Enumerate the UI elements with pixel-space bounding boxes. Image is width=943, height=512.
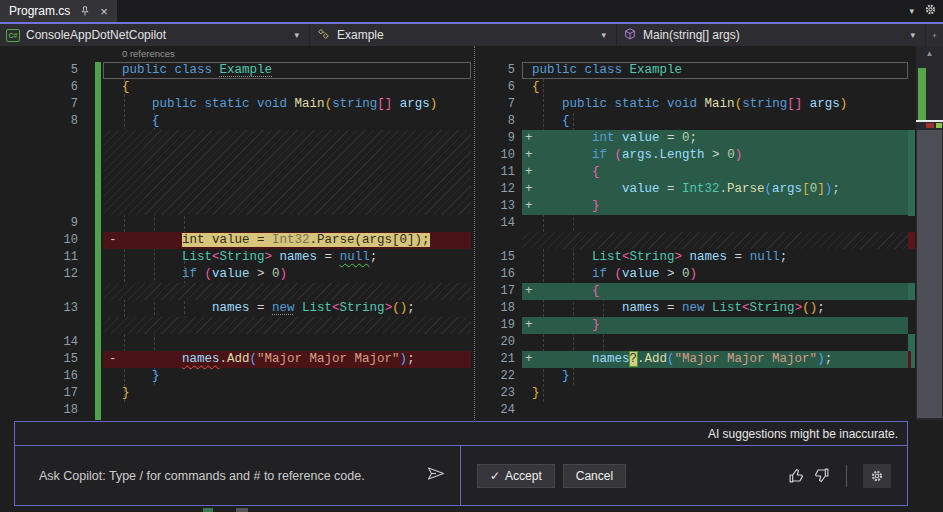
original-code-line-15[interactable]: 15- names.Add("Major Major Major"); <box>0 351 471 368</box>
modified-code-line-8[interactable]: 8 { <box>480 113 908 130</box>
original-code-line-18[interactable]: 18 <box>0 402 471 419</box>
line-number: 16 <box>0 368 103 385</box>
code-text: { <box>532 164 600 181</box>
original-code-line-5[interactable]: 5public class Example <box>0 62 471 79</box>
csharp-project-icon: C# <box>6 29 20 42</box>
pane-divider[interactable] <box>474 46 475 420</box>
modified-code-line-17[interactable]: 17+ { <box>480 283 908 300</box>
scrollbar-up-arrow[interactable]: ▲ <box>916 46 943 62</box>
original-code-line-7[interactable]: 7 public static void Main(string[] args) <box>0 96 471 113</box>
original-code-line-9[interactable]: 9 <box>0 215 471 232</box>
original-code-line-gap-5[interactable] <box>0 147 471 164</box>
original-code-line-gap-8[interactable] <box>0 198 471 215</box>
codelens-references[interactable]: 0 references <box>122 46 175 62</box>
modified-code-line-14[interactable]: 14 <box>480 215 908 232</box>
line-number: 6 <box>0 79 103 96</box>
original-code-line-12[interactable]: 12 if (value > 0) <box>0 266 471 283</box>
copilot-input-placeholder: Ask Copilot: Type / for commands and # t… <box>39 469 426 483</box>
original-code-line-gap-6[interactable] <box>0 164 471 181</box>
modified-code-line-19[interactable]: 19+ } <box>480 317 908 334</box>
gear-icon[interactable] <box>924 2 937 20</box>
tab-title: Program.cs <box>9 4 70 18</box>
modified-code-line-24[interactable]: 24 <box>480 402 908 419</box>
modified-code-line-22[interactable]: 22 } <box>480 368 908 385</box>
modified-code-line-10[interactable]: 10+ if (args.Length > 0) <box>480 147 908 164</box>
original-code-line-16[interactable]: 16 } <box>0 368 471 385</box>
code-text: List<String> names = null; <box>122 249 377 266</box>
line-number <box>0 198 103 215</box>
modified-code-line-gap-10[interactable] <box>480 232 908 249</box>
original-code-line-13[interactable]: 13 names = new List<String>(); <box>0 300 471 317</box>
close-icon[interactable]: × <box>100 4 108 19</box>
pin-icon[interactable] <box>79 5 91 17</box>
code-text: List<String> names = null; <box>532 249 787 266</box>
line-number: 20 <box>480 334 522 351</box>
line-number: 6 <box>480 79 522 96</box>
cancel-button[interactable]: Cancel <box>563 464 626 488</box>
code-text: int value = 0; <box>532 130 697 147</box>
modified-code-line-21[interactable]: 21+ names?.Add("Major Major Major"); <box>480 351 908 368</box>
code-text: } <box>532 368 570 385</box>
project-dropdown[interactable]: C# ConsoleAppDotNetCopilot ▾ <box>0 24 310 46</box>
original-code-line-gap-4[interactable] <box>0 130 471 147</box>
modified-code-line-23[interactable]: 23} <box>480 385 908 402</box>
line-number: 9 <box>480 130 522 147</box>
modified-code-line-7[interactable]: 7 public static void Main(string[] args) <box>480 96 908 113</box>
original-code-line-17[interactable]: 17} <box>0 385 471 402</box>
tab-strip: Program.cs × ▾ <box>0 0 943 22</box>
diff-pane-modified: 5public class Example6{7 public static v… <box>480 62 908 420</box>
modified-code-line-11[interactable]: 11+ { <box>480 164 908 181</box>
code-text: { <box>532 113 570 130</box>
modified-code-line-6[interactable]: 6{ <box>480 79 908 96</box>
thumbs-up-icon[interactable] <box>788 467 805 484</box>
modified-code-line-13[interactable]: 13+ } <box>480 198 908 215</box>
modified-code-line-18[interactable]: 18 names = new List<String>(); <box>480 300 908 317</box>
modified-code-line-16[interactable]: 16 if (value > 0) <box>480 266 908 283</box>
code-text: } <box>532 198 600 215</box>
type-dropdown[interactable]: Example ▾ <box>310 24 617 46</box>
scrollbar-thumb[interactable] <box>917 130 942 418</box>
line-number: 23 <box>480 385 522 402</box>
chevron-down-icon[interactable]: ▾ <box>909 6 914 16</box>
line-number: 19 <box>480 317 522 334</box>
original-code-line-11[interactable]: 11 List<String> names = null; <box>0 249 471 266</box>
thumbs-down-icon[interactable] <box>813 467 830 484</box>
copilot-input-box[interactable]: Ask Copilot: Type / for commands and # t… <box>14 445 461 506</box>
modified-code-line-12[interactable]: 12+ value = Int32.Parse(args[0]); <box>480 181 908 198</box>
line-number: 17 <box>0 385 103 402</box>
code-text: { <box>122 113 160 130</box>
line-number: 10 <box>0 232 103 249</box>
member-dropdown[interactable]: Main(string[] args) ▾ <box>617 24 926 46</box>
navigation-bar: C# ConsoleAppDotNetCopilot ▾ Example ▾ M… <box>0 24 943 46</box>
code-text: names = new List<String>(); <box>122 300 415 317</box>
original-code-line-6[interactable]: 6{ <box>0 79 471 96</box>
split-editor-button[interactable] <box>926 24 943 46</box>
vertical-scrollbar[interactable]: ▲ <box>916 46 943 420</box>
line-number <box>0 147 103 164</box>
tab-program-cs[interactable]: Program.cs × <box>0 0 117 22</box>
original-code-line-gap-15[interactable] <box>0 317 471 334</box>
accept-button[interactable]: ✓ Accept <box>477 464 555 488</box>
original-code-line-gap-13[interactable] <box>0 283 471 300</box>
modified-code-line-20[interactable]: 20 <box>480 334 908 351</box>
visual-studio-diff-window: Program.cs × ▾ C# ConsoleAppDotNetCopilo… <box>0 0 943 512</box>
modified-code-line-15[interactable]: 15 List<String> names = null; <box>480 249 908 266</box>
original-code-line-10[interactable]: 10- int value = Int32.Parse(args[0]); <box>0 232 471 249</box>
original-code-line-14[interactable]: 14 <box>0 334 471 351</box>
code-text: names.Add("Major Major Major"); <box>122 351 415 368</box>
line-number <box>0 317 103 334</box>
class-icon <box>316 27 331 44</box>
send-icon[interactable] <box>426 466 446 485</box>
modified-code-line-9[interactable]: 9+ int value = 0; <box>480 130 908 147</box>
line-number: 7 <box>0 96 103 113</box>
diff-editor: 0 references 5public class Example6{7 pu… <box>0 46 943 420</box>
diff-marker: - <box>109 351 117 368</box>
line-number: 22 <box>480 368 522 385</box>
gear-icon[interactable] <box>863 464 891 488</box>
code-text: if (value > 0) <box>122 266 287 283</box>
ai-disclaimer-text: AI suggestions might be inaccurate. <box>708 427 898 441</box>
modified-code-line-5[interactable]: 5public class Example <box>480 62 908 79</box>
code-text: if (value > 0) <box>532 266 697 283</box>
original-code-line-gap-7[interactable] <box>0 181 471 198</box>
original-code-line-8[interactable]: 8 { <box>0 113 471 130</box>
